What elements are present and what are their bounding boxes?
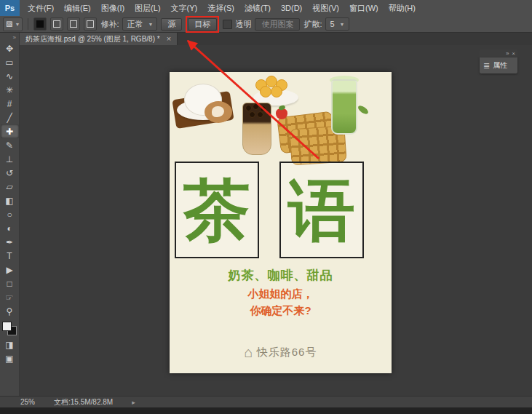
photoshop-logo: Ps	[0, 0, 20, 16]
spread-value: 5	[330, 20, 334, 28]
crop-tool-icon: #	[7, 100, 12, 108]
collapse-panel-icon[interactable]: »	[13, 34, 16, 41]
bottom-strip	[0, 407, 532, 414]
strawberry-leaf	[278, 105, 286, 111]
use-pattern-button: 使用图案	[255, 18, 300, 31]
menu-help[interactable]: 帮助(H)	[384, 0, 421, 16]
properties-panel: » × ≣ 属性	[480, 49, 517, 73]
spread-select[interactable]: 5 ▼	[325, 17, 349, 31]
shape-tool[interactable]: □	[1, 276, 19, 290]
crop-tool[interactable]: #	[1, 97, 19, 111]
intersect-selection-button[interactable]	[84, 17, 97, 31]
marquee-tool[interactable]: ▭	[1, 55, 19, 69]
brush-tool-icon: ✎	[6, 141, 13, 150]
blur-tool[interactable]: ○	[1, 207, 19, 221]
annotation-box: 目标	[186, 16, 219, 33]
pastry-ball	[260, 86, 271, 97]
chevron-down-icon: ▼	[15, 22, 20, 27]
menu-select[interactable]: 选择(S)	[202, 0, 239, 16]
history-brush-tool-icon: ↺	[6, 169, 13, 178]
spread-label: 扩散:	[303, 19, 322, 30]
document-size-info: 文档:15.5M/82.8M	[54, 397, 113, 407]
move-tool-icon: ✥	[6, 44, 13, 53]
eyedropper-tool[interactable]: ╱	[1, 111, 19, 124]
menu-filter[interactable]: 滤镜(T)	[239, 0, 276, 16]
dodge-tool-icon: ◐	[7, 224, 12, 233]
source-button[interactable]: 源	[161, 18, 182, 31]
poster-tagline: 奶茶、咖啡、甜品	[170, 267, 392, 284]
house-icon: ⌂	[245, 345, 253, 359]
tapioca-pearl	[245, 105, 252, 111]
document-tab[interactable]: 奶茶店海报.psd @ 25% (图层 1, RGB/8) * ×	[20, 33, 178, 45]
patch-mode-select[interactable]: 正常 ▼	[122, 17, 157, 31]
add-selection-icon	[53, 20, 60, 28]
dodge-tool[interactable]: ◐	[1, 221, 19, 235]
new-selection-button[interactable]	[33, 17, 47, 31]
pen-tool[interactable]: ✒	[1, 235, 19, 249]
destination-button[interactable]: 目标	[188, 18, 217, 31]
zoom-level[interactable]: 25%	[20, 398, 35, 406]
menu-view[interactable]: 视图(V)	[307, 0, 344, 16]
strawberry	[276, 108, 287, 119]
transparent-checkbox[interactable]	[223, 20, 232, 29]
move-tool[interactable]: ✥	[1, 41, 19, 55]
healing-patch-tool[interactable]: ✚	[1, 124, 19, 138]
latte-surface	[205, 101, 232, 123]
subtract-selection-icon	[70, 20, 77, 28]
clone-stamp-tool-icon: ⊥	[6, 155, 13, 164]
bubble-tea-photo	[242, 103, 271, 155]
gradient-tool[interactable]: ◧	[1, 194, 19, 207]
menu-window[interactable]: 窗口(W)	[344, 0, 384, 16]
canvas-area[interactable]: 茶 语 奶茶、咖啡、甜品 小姐姐的店， 你确定不来? ⌂ 快乐路66号	[20, 45, 532, 397]
menu-file[interactable]: 文件(F)	[23, 0, 59, 16]
properties-label: 属性	[493, 60, 507, 71]
tapioca-pearl	[249, 111, 255, 118]
transparent-label: 透明	[235, 19, 251, 30]
hand-tool[interactable]: ☞	[1, 290, 19, 304]
poster-line2: 小姐姐的店，	[170, 287, 392, 301]
color-swatches[interactable]	[2, 322, 17, 335]
lasso-tool[interactable]: ∿	[1, 69, 19, 83]
close-icon[interactable]: ×	[512, 50, 515, 57]
menu-image[interactable]: 图像(I)	[96, 0, 130, 16]
menu-layer[interactable]: 图层(L)	[130, 0, 165, 16]
document-tab-title: 奶茶店海报.psd @ 25% (图层 1, RGB/8) *	[25, 34, 160, 44]
tea-character: 茶	[183, 177, 250, 244]
poster-document[interactable]: 茶 语 奶茶、咖啡、甜品 小姐姐的店， 你确定不来? ⌂ 快乐路66号	[170, 72, 392, 373]
close-icon[interactable]: ×	[167, 35, 171, 43]
eyedropper-tool-icon: ╱	[7, 114, 12, 122]
tapioca-pearl	[253, 103, 259, 110]
screen-mode-button[interactable]: ▣	[1, 351, 19, 365]
latte-art	[212, 106, 224, 117]
brush-tool[interactable]: ✎	[1, 138, 19, 152]
status-options-icon[interactable]: ▸	[132, 399, 135, 406]
menu-3d[interactable]: 3D(D)	[276, 0, 307, 16]
magic-wand-tool[interactable]: ✳	[1, 83, 19, 97]
poster-address: 快乐路66号	[257, 346, 317, 359]
properties-panel-tab[interactable]: ≣ 属性	[480, 57, 517, 73]
eraser-tool[interactable]: ▱	[1, 180, 19, 194]
menu-type[interactable]: 文字(Y)	[166, 0, 203, 16]
path-selection-tool[interactable]: ▶	[1, 263, 19, 276]
zoom-tool[interactable]: ⚲	[1, 304, 19, 318]
poster-line3: 你确定不来?	[170, 304, 392, 318]
hand-tool-icon: ☞	[6, 293, 14, 302]
quick-mask-icon: ◨	[5, 341, 13, 349]
add-selection-button[interactable]	[50, 17, 63, 31]
clone-stamp-tool[interactable]: ⊥	[1, 152, 19, 166]
subtract-selection-button[interactable]	[67, 17, 80, 31]
type-tool[interactable]: T	[1, 249, 19, 263]
tools-panel: » ✥ ▭ ∿ ✳ # ╱ ✚ ✎ ⊥ ↺ ▱ ◧ ○ ◐ ✒ T ▶ □ ☞ …	[0, 33, 20, 397]
tea-character-frame: 茶	[175, 162, 259, 258]
collapse-panel-icon[interactable]: »	[506, 50, 509, 57]
menu-bar: Ps 文件(F) 编辑(E) 图像(I) 图层(L) 文字(Y) 选择(S) 滤…	[0, 0, 532, 17]
quick-mask-button[interactable]: ◨	[1, 338, 19, 351]
menu-edit[interactable]: 编辑(E)	[59, 0, 96, 16]
status-bar: 25% 文档:15.5M/82.8M ▸	[0, 396, 532, 407]
foreground-color-swatch[interactable]	[2, 322, 12, 331]
coffee-latte-photo	[184, 84, 222, 116]
document-tab-bar: 奶茶店海报.psd @ 25% (图层 1, RGB/8) * ×	[20, 33, 532, 45]
transparent-checkbox-group: 透明	[223, 19, 251, 30]
history-brush-tool[interactable]: ↺	[1, 166, 19, 180]
tool-preset-picker[interactable]: ▨ ▼	[3, 17, 23, 31]
